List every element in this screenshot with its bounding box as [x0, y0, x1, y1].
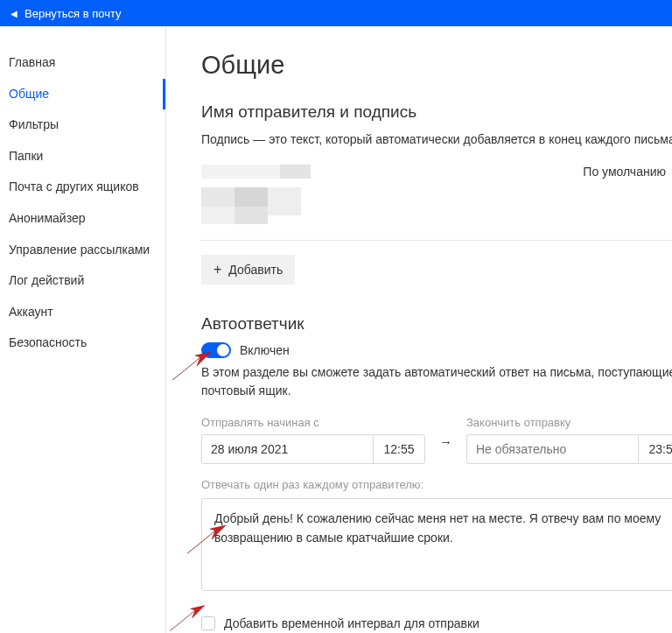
add-label: Добавить — [228, 263, 283, 277]
sidebar: Главная Общие Фильтры Папки Почта с друг… — [0, 26, 166, 633]
toggle-knob — [217, 344, 229, 356]
autoresponder-desc: В этом разделе вы сможете задать автомат… — [201, 363, 672, 400]
signature-preview — [201, 165, 311, 226]
sidebar-item-filters[interactable]: Фильтры — [0, 109, 165, 141]
back-to-mail-link[interactable]: ◀ Вернуться в почту — [10, 7, 122, 20]
signature-section-title: Имя отправителя и подпись — [201, 102, 672, 122]
arrow-right-icon: → — [434, 427, 458, 464]
sidebar-item-other-mail[interactable]: Почта с других ящиков — [0, 172, 165, 203]
autoresponder-section-title: Автоответчик — [201, 314, 672, 334]
sidebar-item-folders[interactable]: Папки — [0, 141, 165, 172]
end-date-input[interactable] — [466, 434, 638, 464]
interval-checkbox[interactable] — [201, 616, 215, 630]
reply-textarea[interactable] — [201, 498, 672, 591]
sidebar-item-anonymizer[interactable]: Анонимайзер — [0, 203, 165, 235]
autoresponder-toggle[interactable] — [201, 342, 231, 358]
sidebar-item-subscriptions[interactable]: Управление рассылками — [0, 235, 165, 266]
add-signature-button[interactable]: + Добавить — [201, 255, 295, 285]
sidebar-item-security[interactable]: Безопасность — [0, 327, 165, 359]
signature-desc: Подпись — это текст, который автоматичес… — [201, 130, 672, 149]
end-time-input[interactable] — [638, 434, 672, 464]
plus-icon: + — [214, 263, 221, 277]
signature-default-label: По умолчанию — [583, 165, 666, 179]
back-label: Вернуться в почту — [24, 7, 122, 20]
signature-card: По умолчанию — [201, 165, 672, 241]
reply-once-label: Отвечать один раз каждому отправителю: — [201, 478, 672, 491]
toggle-label: Включен — [240, 343, 290, 357]
sidebar-item-general[interactable]: Общие — [0, 79, 165, 110]
sidebar-item-log[interactable]: Лог действий — [0, 265, 165, 297]
content: Общие Имя отправителя и подпись Подпись … — [166, 26, 672, 633]
page-title: Общие — [201, 51, 672, 80]
end-label: Закончить отправку — [466, 416, 672, 429]
interval-checkbox-label: Добавить временной интервал для отправки — [224, 616, 480, 630]
back-arrow-icon: ◀ — [10, 9, 18, 18]
start-time-input[interactable] — [373, 434, 425, 464]
start-label: Отправлять начиная с — [201, 416, 425, 429]
top-bar: ◀ Вернуться в почту — [0, 0, 672, 26]
sidebar-item-account[interactable]: Аккаунт — [0, 297, 165, 328]
sidebar-item-main[interactable]: Главная — [0, 47, 165, 79]
start-date-input[interactable] — [201, 434, 373, 464]
